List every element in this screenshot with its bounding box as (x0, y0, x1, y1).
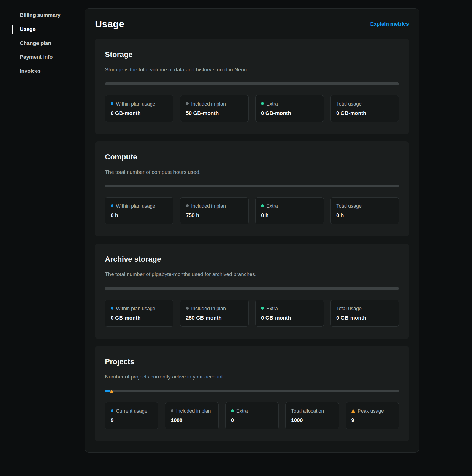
legend-marker-icon (261, 204, 264, 207)
legend-marker-icon (111, 102, 113, 105)
sidebar-item[interactable]: Payment info (13, 50, 76, 64)
legend-marker-icon (261, 102, 264, 105)
sidebar-item-label: Usage (20, 26, 36, 32)
stat-value: 250 GB-month (186, 315, 243, 321)
stat-value: 750 h (186, 212, 243, 218)
stat-label-row: Included in plan (186, 202, 243, 210)
sidebar-item-label: Invoices (20, 68, 41, 74)
section-title: Archive storage (105, 255, 399, 264)
stat-card: Extra 0 h (255, 197, 324, 224)
stat-card: Included in plan 50 GB-month (180, 95, 249, 122)
sidebar-item[interactable]: Invoices (13, 64, 76, 78)
usage-progress-bar (105, 390, 399, 392)
stat-card: Total usage 0 GB-month (330, 95, 399, 122)
panel-header: Usage Explain metrics (95, 18, 409, 29)
stat-card: Extra 0 (225, 402, 279, 429)
stat-label: Extra (236, 407, 248, 415)
stat-label: Included in plan (191, 305, 226, 312)
usage-panel: Usage Explain metrics Storage Storage is… (85, 8, 419, 453)
stat-label-row: Total usage (336, 202, 393, 210)
billing-nav: Billing summary Usage Change plan Paymen… (13, 8, 76, 78)
legend-marker-icon (111, 204, 113, 207)
stat-card: Extra 0 GB-month (255, 95, 324, 122)
stat-card: Total allocation 1000 (285, 402, 339, 429)
stat-label-row: Extra (261, 305, 318, 312)
stat-value: 0 h (111, 212, 168, 218)
stat-label-row: Within plan usage (111, 305, 168, 312)
page-title: Usage (95, 18, 124, 29)
stat-card-row: Within plan usage 0 GB-month Included in… (105, 95, 399, 122)
stat-label-row: Extra (231, 407, 273, 415)
section-description: The total number of compute hours used. (105, 169, 399, 176)
legend-marker-icon (111, 307, 113, 310)
stat-value: 0 h (261, 212, 318, 218)
stat-card: Total usage 0 GB-month (330, 300, 399, 327)
stat-label: Extra (266, 305, 278, 312)
stat-label-row: Extra (261, 202, 318, 210)
stat-label: Within plan usage (116, 100, 155, 107)
section-title: Projects (105, 358, 399, 366)
stat-label: Included in plan (176, 407, 211, 415)
usage-progress-bar (105, 82, 399, 85)
stat-label: Total usage (336, 305, 362, 312)
stat-label: Total allocation (291, 407, 324, 415)
sidebar-item[interactable]: Billing summary (13, 8, 76, 22)
explain-metrics-link[interactable]: Explain metrics (370, 21, 409, 27)
stat-value: 0 GB-month (111, 110, 168, 116)
legend-marker-icon (186, 102, 189, 105)
stat-value: 0 (231, 417, 273, 423)
legend-marker-icon (186, 204, 189, 207)
sidebar-item-label: Payment info (20, 54, 53, 60)
progress-fill (105, 390, 110, 392)
section-description: The total number of gigabyte-months used… (105, 271, 399, 278)
stat-value: 0 h (336, 212, 393, 218)
stat-card-row: Current usage 9 Included in plan 1000 Ex… (105, 402, 399, 429)
legend-marker-icon (171, 409, 173, 412)
stat-card: Included in plan 750 h (180, 197, 249, 224)
stat-label-row: Included in plan (171, 407, 213, 415)
stat-card: Included in plan 250 GB-month (180, 300, 249, 327)
stat-label-row: Peak usage (351, 407, 393, 415)
stat-label-row: Total usage (336, 305, 393, 312)
stat-card: Extra 0 GB-month (255, 300, 324, 327)
stat-card: Within plan usage 0 GB-month (105, 300, 173, 327)
stat-label: Within plan usage (116, 305, 155, 312)
stat-value: 0 GB-month (261, 110, 318, 116)
usage-progress-bar (105, 287, 399, 290)
stat-card: Within plan usage 0 h (105, 197, 173, 224)
usage-progress-bar (105, 185, 399, 187)
stat-label: Current usage (116, 407, 147, 415)
stat-card-row: Within plan usage 0 h Included in plan 7… (105, 197, 399, 224)
usage-section: Archive storage The total number of giga… (95, 244, 409, 339)
section-title: Compute (105, 153, 399, 161)
section-description: Storage is the total volume of data and … (105, 66, 399, 74)
stat-card: Total usage 0 h (330, 197, 399, 224)
billing-sidebar: Billing summary Usage Change plan Paymen… (13, 8, 76, 78)
sidebar-item[interactable]: Change plan (13, 36, 76, 50)
stat-label-row: Within plan usage (111, 100, 168, 107)
stat-label: Total usage (336, 202, 362, 210)
stat-label: Extra (266, 100, 278, 107)
stat-value: 0 GB-month (111, 315, 168, 321)
stat-label-row: Total usage (336, 100, 393, 107)
stat-card: Peak usage 9 (346, 402, 399, 429)
legend-marker-icon (351, 409, 355, 413)
sections-container: Storage Storage is the total volume of d… (95, 39, 409, 441)
sidebar-item-label: Billing summary (20, 12, 61, 18)
legend-marker-icon (111, 409, 113, 412)
usage-section: Compute The total number of compute hour… (95, 141, 409, 237)
sidebar-item[interactable]: Usage (13, 22, 76, 36)
stat-label: Included in plan (191, 202, 226, 210)
stat-value: 0 GB-month (336, 315, 393, 321)
stat-value: 50 GB-month (186, 110, 243, 116)
section-description: Number of projects currently active in y… (105, 373, 399, 381)
stat-value: 0 GB-month (261, 315, 318, 321)
stat-card: Current usage 9 (105, 402, 158, 429)
stat-label-row: Total allocation (291, 407, 333, 415)
stat-label-row: Current usage (111, 407, 153, 415)
stat-label: Within plan usage (116, 202, 155, 210)
stat-value: 9 (111, 417, 153, 423)
stat-value: 9 (351, 417, 393, 423)
stat-value: 0 GB-month (336, 110, 393, 116)
stat-card-row: Within plan usage 0 GB-month Included in… (105, 300, 399, 327)
